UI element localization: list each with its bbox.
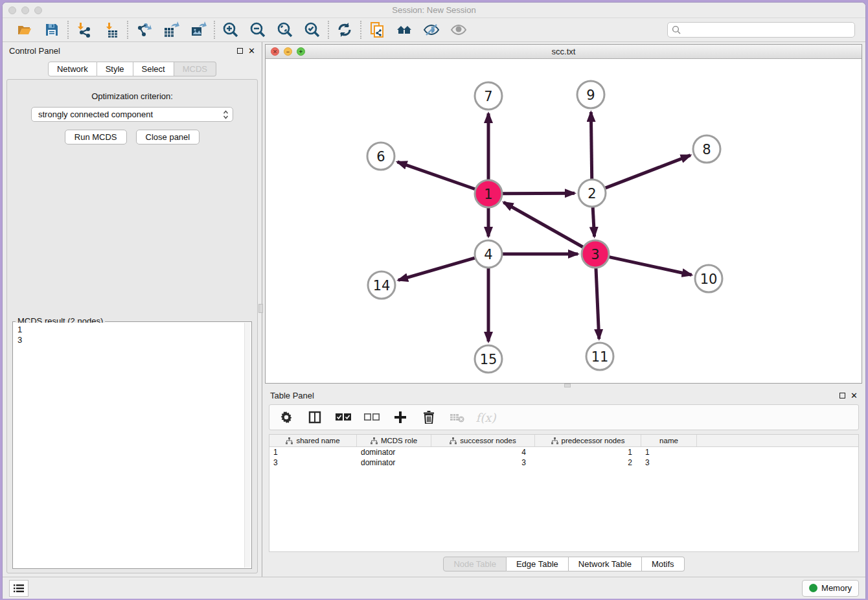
control-panel-tabs: Network Style Select MCDS bbox=[3, 62, 262, 76]
save-session-icon[interactable] bbox=[43, 21, 61, 39]
close-panel-icon[interactable]: ✕ bbox=[248, 47, 255, 55]
optimization-criterion-value: strongly connected component bbox=[38, 110, 153, 119]
float-panel-icon[interactable] bbox=[237, 48, 243, 54]
zoom-in-icon[interactable] bbox=[222, 21, 240, 39]
clone-network-icon[interactable] bbox=[368, 21, 386, 39]
column-header-successor-nodes[interactable]: successor nodes bbox=[431, 435, 535, 446]
network-canvas[interactable]: 7968124314101511 bbox=[266, 59, 862, 383]
open-session-icon[interactable] bbox=[16, 21, 34, 39]
graph-edge-2-8[interactable] bbox=[606, 156, 691, 188]
graph-node-label-1: 1 bbox=[484, 187, 492, 202]
node-table[interactable]: shared name MCDS role successor nodes bbox=[269, 434, 859, 552]
network-view-window: ✕ − + scc.txt 7968124314101511 bbox=[265, 44, 862, 384]
import-table-icon[interactable] bbox=[102, 21, 120, 39]
app-window: Session: New Session bbox=[2, 2, 866, 599]
vertical-splitter-handle[interactable] bbox=[258, 304, 263, 313]
tab-motifs[interactable]: Motifs bbox=[642, 557, 685, 571]
network-window-title: scc.txt bbox=[266, 47, 862, 56]
column-header-shared-name[interactable]: shared name bbox=[269, 435, 357, 446]
table-tabs: Node Table Edge Table Network Table Moti… bbox=[262, 557, 865, 571]
graph-edge-3-11[interactable] bbox=[596, 268, 599, 339]
search-icon bbox=[672, 25, 681, 34]
result-scrollbar[interactable] bbox=[244, 323, 251, 568]
deselect-all-columns-icon[interactable] bbox=[364, 410, 380, 425]
export-image-icon[interactable] bbox=[189, 21, 207, 39]
table-settings-icon[interactable] bbox=[279, 410, 294, 425]
float-table-panel-icon[interactable] bbox=[839, 393, 845, 398]
tab-edge-table[interactable]: Edge Table bbox=[507, 557, 569, 571]
graph-node-label-6: 6 bbox=[376, 149, 385, 165]
graph-edge-2-3[interactable] bbox=[593, 207, 594, 237]
tab-network[interactable]: Network bbox=[48, 62, 97, 76]
table-toolbar: f(x) bbox=[269, 404, 859, 430]
export-table-icon[interactable] bbox=[162, 21, 180, 39]
refresh-icon[interactable] bbox=[336, 21, 354, 39]
mcds-panel-body: Optimization criterion: strongly connect… bbox=[6, 79, 258, 573]
graph-node-label-14: 14 bbox=[373, 278, 391, 294]
export-network-icon[interactable] bbox=[135, 21, 153, 39]
tab-network-table[interactable]: Network Table bbox=[569, 557, 642, 571]
graph-node-label-3: 3 bbox=[591, 247, 599, 262]
optimization-criterion-label: Optimization criterion: bbox=[7, 91, 257, 101]
graph-node-label-15: 15 bbox=[480, 352, 497, 367]
graph-node-label-9: 9 bbox=[586, 87, 595, 103]
memory-button[interactable]: Memory bbox=[802, 580, 859, 597]
table-row[interactable]: 1 dominator 4 1 1 bbox=[269, 447, 858, 457]
main-toolbar bbox=[3, 18, 865, 42]
delete-table-icon bbox=[450, 410, 465, 425]
control-panel: Control Panel ✕ Network Style Select MCD… bbox=[3, 42, 262, 577]
graph-node-label-4: 4 bbox=[484, 247, 492, 262]
graph-node-label-10: 10 bbox=[700, 271, 718, 287]
search-input[interactable] bbox=[667, 22, 855, 38]
delete-row-icon[interactable] bbox=[421, 410, 437, 425]
status-bar: Memory bbox=[3, 577, 865, 599]
workspace-area: ✕ − + scc.txt 7968124314101511 Table Pan… bbox=[262, 42, 865, 577]
column-header-predecessor-nodes[interactable]: predecessor nodes bbox=[535, 435, 641, 446]
show-all-icon[interactable] bbox=[450, 21, 468, 39]
tab-style[interactable]: Style bbox=[97, 62, 133, 76]
table-panel-title: Table Panel bbox=[270, 391, 314, 400]
network-graph: 7968124314101511 bbox=[266, 59, 862, 383]
graph-node-label-11: 11 bbox=[591, 349, 609, 365]
main-region: Control Panel ✕ Network Style Select MCD… bbox=[3, 42, 865, 577]
graph-edge-2-9[interactable] bbox=[591, 112, 591, 179]
table-header-row: shared name MCDS role successor nodes bbox=[269, 435, 858, 447]
tab-mcds[interactable]: MCDS bbox=[174, 62, 216, 76]
zoom-fit-icon[interactable] bbox=[276, 21, 294, 39]
graph-edge-1-6[interactable] bbox=[397, 162, 475, 189]
graph-node-label-2: 2 bbox=[588, 186, 596, 202]
column-header-name[interactable]: name bbox=[641, 435, 697, 446]
window-title: Session: New Session bbox=[3, 5, 865, 15]
control-panel-title: Control Panel bbox=[9, 46, 60, 56]
optimization-criterion-select[interactable]: strongly connected component bbox=[31, 107, 233, 122]
graph-edge-3-1[interactable] bbox=[504, 202, 583, 247]
table-columns-icon[interactable] bbox=[307, 410, 323, 425]
select-all-columns-icon[interactable] bbox=[336, 410, 351, 425]
tab-select[interactable]: Select bbox=[133, 62, 174, 76]
memory-status-icon bbox=[809, 584, 817, 592]
zoom-out-icon[interactable] bbox=[249, 21, 267, 39]
task-history-button[interactable] bbox=[9, 580, 29, 597]
first-neighbors-icon[interactable] bbox=[395, 21, 413, 39]
column-header-mcds-role[interactable]: MCDS role bbox=[357, 435, 431, 446]
search-container bbox=[667, 22, 855, 38]
graph-edge-4-14[interactable] bbox=[398, 258, 475, 280]
close-table-panel-icon[interactable]: ✕ bbox=[851, 391, 858, 400]
run-mcds-button[interactable]: Run MCDS bbox=[65, 130, 127, 144]
tab-node-table[interactable]: Node Table bbox=[443, 557, 507, 571]
memory-label: Memory bbox=[821, 583, 852, 593]
close-panel-button[interactable]: Close panel bbox=[136, 130, 200, 144]
add-row-icon[interactable] bbox=[393, 410, 408, 425]
graph-node-label-7: 7 bbox=[484, 89, 492, 104]
titlebar: Session: New Session bbox=[3, 3, 865, 18]
graph-edge-1-2[interactable] bbox=[503, 193, 575, 194]
control-panel-header: Control Panel ✕ bbox=[3, 42, 262, 59]
import-network-icon[interactable] bbox=[75, 21, 93, 39]
hide-selected-icon[interactable] bbox=[422, 21, 440, 39]
mcds-result-text[interactable]: 1 3 bbox=[14, 323, 244, 568]
table-row[interactable]: 3 dominator 3 2 3 bbox=[269, 457, 858, 468]
zoom-selected-icon[interactable] bbox=[303, 21, 321, 39]
graph-edge-3-10[interactable] bbox=[609, 257, 691, 275]
network-window-titlebar: ✕ − + scc.txt bbox=[266, 45, 862, 59]
table-panel: Table Panel ✕ bbox=[262, 387, 865, 577]
